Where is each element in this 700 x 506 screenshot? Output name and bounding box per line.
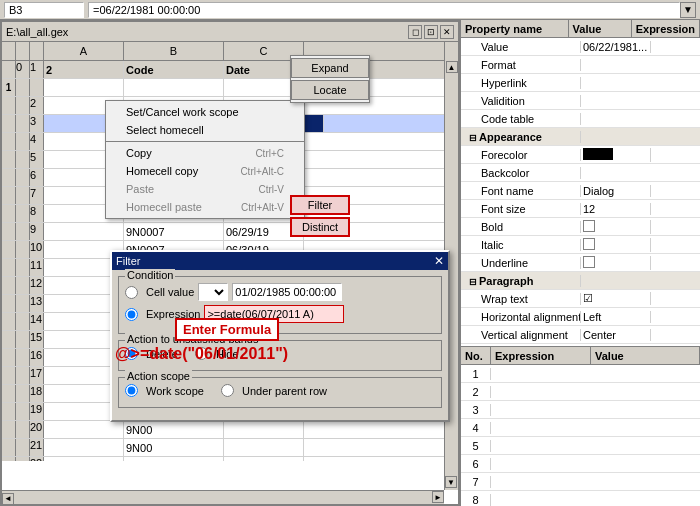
cell[interactable]: 9N00	[124, 421, 224, 438]
sheet-close-btn[interactable]: ✕	[440, 25, 454, 39]
scope-row: Work scope Under parent row	[125, 384, 435, 397]
row-idx	[2, 151, 16, 168]
row-idx	[2, 295, 16, 312]
row-idx	[2, 421, 16, 438]
row-sub2: 14	[30, 313, 44, 330]
work-scope-radio[interactable]	[125, 384, 138, 397]
cell[interactable]	[44, 457, 124, 461]
cell[interactable]	[44, 223, 124, 240]
row-sub1	[16, 277, 30, 294]
menu-item-copy[interactable]: Copy Ctrl+C	[106, 144, 304, 162]
row-sub1	[16, 223, 30, 240]
scroll-up[interactable]: ▲	[446, 61, 458, 73]
condition-section: Condition Cell value Expression	[118, 276, 442, 334]
menu-item-setscope[interactable]: Set/Cancel work scope	[106, 103, 304, 121]
menu-item-paste[interactable]: Paste Ctrl-V	[106, 180, 304, 198]
cell-reference[interactable]: B3	[4, 2, 84, 18]
menu-item-homecell-paste[interactable]: Homecell paste Ctrl+Alt-V	[106, 198, 304, 216]
prop-value[interactable]: 06/22/1981...	[581, 41, 651, 53]
sheet-restore-btn[interactable]: ◻	[408, 25, 422, 39]
row-idx	[2, 187, 16, 204]
row-sub1	[16, 187, 30, 204]
prop-value[interactable]: Left	[581, 311, 651, 323]
cell[interactable]	[224, 421, 304, 438]
row-idx	[2, 439, 16, 456]
cell[interactable]: 9N00	[124, 457, 224, 461]
cell[interactable]	[224, 439, 304, 456]
row-idx	[2, 205, 16, 222]
cell[interactable]	[304, 133, 458, 150]
scroll-arrow[interactable]: ▼	[680, 2, 696, 18]
sheet-max-btn[interactable]: ⊡	[424, 25, 438, 39]
col-header-a[interactable]: A	[44, 42, 124, 60]
row-sub2: 7	[30, 187, 44, 204]
cell[interactable]	[324, 115, 458, 132]
distinct-button[interactable]: Distinct	[290, 217, 350, 237]
cell[interactable]	[304, 457, 458, 461]
bottom-no: 7	[461, 476, 491, 488]
menu-item-locate[interactable]: Locate	[291, 80, 369, 100]
prop-value[interactable]	[581, 148, 651, 162]
menu-item-homecell-copy[interactable]: Homecell copy Ctrl+Alt-C	[106, 162, 304, 180]
cell[interactable]	[304, 421, 458, 438]
row-sub2: 2	[30, 97, 44, 114]
col-label-b: Code	[124, 61, 224, 78]
row-sub1	[16, 133, 30, 150]
cell-value-input[interactable]	[232, 283, 342, 301]
scope-section: Action scope Work scope Under parent row	[118, 377, 442, 408]
row-sub1: 0	[16, 61, 30, 78]
prop-row-backcolor: Backcolor	[461, 164, 700, 182]
condition-operator-select[interactable]	[198, 283, 228, 301]
prop-value[interactable]: 12	[581, 203, 651, 215]
parent-row-radio[interactable]	[221, 384, 234, 397]
formula-annotation: Enter Formula	[175, 318, 279, 341]
row-sub1	[16, 79, 30, 96]
cell[interactable]	[224, 457, 304, 461]
header-blank1	[2, 42, 16, 60]
cell[interactable]	[304, 169, 458, 186]
cell[interactable]	[44, 421, 124, 438]
prop-col-name: Property name	[461, 20, 569, 37]
prop-value[interactable]	[581, 238, 651, 252]
prop-name: Code table	[461, 113, 581, 125]
menu-item-homecell[interactable]: Select homecell	[106, 121, 304, 139]
filter-button[interactable]: Filter	[290, 195, 350, 215]
cell[interactable]: 9N0007	[124, 223, 224, 240]
formula-input[interactable]: =06/22/1981 00:00:00	[88, 2, 680, 18]
prop-row-value: Value 06/22/1981...	[461, 38, 700, 56]
menu-label: Homecell paste	[126, 201, 202, 213]
cell[interactable]	[44, 439, 124, 456]
cell[interactable]	[124, 79, 224, 96]
prop-value[interactable]: ☑	[581, 292, 651, 305]
prop-value[interactable]: Center	[581, 329, 651, 341]
scroll-right[interactable]: ►	[432, 491, 444, 503]
row-sub2: 5	[30, 151, 44, 168]
prop-name: Forecolor	[461, 149, 581, 161]
prop-group-label: ⊟Paragraph	[461, 275, 581, 287]
bottom-no: 3	[461, 404, 491, 416]
dialog-close-button[interactable]: ✕	[434, 254, 444, 268]
row-sub2: 11	[30, 259, 44, 276]
cell[interactable]	[304, 151, 458, 168]
row-sub1	[16, 457, 30, 461]
col-header-b[interactable]: B	[124, 42, 224, 60]
expression-radio[interactable]	[125, 308, 138, 321]
filter-dialog: Filter ✕ Condition Cell value Expression	[110, 250, 450, 422]
prop-value[interactable]: Dialog	[581, 185, 651, 197]
horizontal-scrollbar[interactable]: ◄ ►	[2, 490, 444, 504]
prop-row-valign: Vertical alignment Center	[461, 326, 700, 344]
prop-group-appearance: ⊟Appearance	[461, 128, 700, 146]
cell[interactable]	[44, 79, 124, 96]
column-headers: A B C	[2, 42, 458, 61]
prop-value[interactable]	[581, 256, 651, 270]
scroll-left[interactable]: ◄	[2, 493, 14, 505]
scroll-down[interactable]: ▼	[445, 476, 457, 488]
cell[interactable]	[304, 439, 458, 456]
parent-row-label: Under parent row	[242, 385, 327, 397]
prop-value[interactable]	[581, 220, 651, 234]
prop-name: Vertical alignment	[461, 329, 581, 341]
menu-item-expand[interactable]: Expand	[291, 58, 369, 78]
header-rownum	[30, 42, 44, 60]
cell-value-radio[interactable]	[125, 286, 138, 299]
cell[interactable]: 9N00	[124, 439, 224, 456]
